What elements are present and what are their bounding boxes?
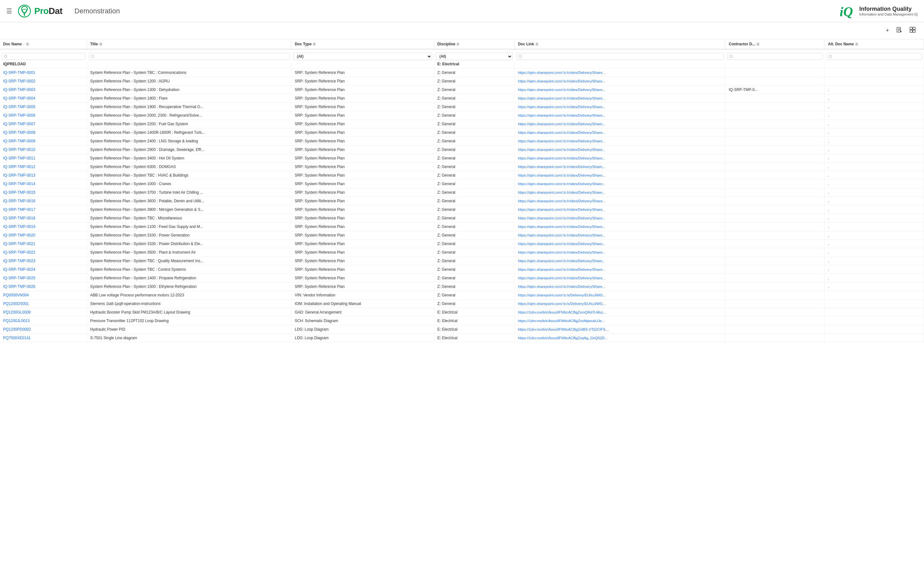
doc-name-link[interactable]: IQ-SRP-TMP-0024 (3, 267, 35, 272)
doc-link-url[interactable]: https://iqim.sharepoint.com/:b:/r/sites/… (518, 88, 605, 92)
doc-link-url[interactable]: https://1drv.ms/b/s!Aoxu0FNNcACBgZxmQRd7… (518, 310, 606, 314)
doc-link-url[interactable]: https://iqim.sharepoint.com/:b:/r/sites/… (518, 156, 605, 160)
doc-name-link[interactable]: IQ-SRP-TMP-0016 (3, 199, 35, 203)
doc-link-url[interactable]: https://iqim.sharepoint.com/:b:/r/sites/… (518, 130, 605, 135)
filter-input-contractor[interactable] (728, 53, 823, 60)
cell-title: System Reference Plan - System TBC : HVA… (87, 171, 292, 180)
table-row: IQ-SRP-TMP-0014 System Reference Plan - … (0, 180, 924, 188)
col-header-discipline[interactable]: Discipline ☰ (434, 39, 514, 49)
filter-input-doc-link[interactable] (516, 53, 723, 60)
cell-contractor (725, 120, 825, 129)
doc-name-link[interactable]: IQ-SRP-TMP-0009 (3, 139, 35, 143)
doc-link-url[interactable]: https://iqim.sharepoint.com/:b:/r/sites/… (518, 208, 605, 211)
doc-link-url[interactable]: https://iqim.sharepoint.com/:b:/r/sites/… (518, 199, 605, 203)
table-row: IQ-SRP-TMP-0012 System Reference Plan - … (0, 162, 924, 171)
cell-doc-type: SRP: System Reference Plan (292, 265, 434, 274)
cell-discipline: E: Electrical (434, 334, 514, 342)
doc-link-url[interactable]: https://iqim.sharepoint.com/:b:/r/sites/… (518, 233, 605, 237)
doc-name-link[interactable]: IQ-SRP-TMP-0022 (3, 250, 35, 254)
cell-contractor (725, 188, 825, 197)
doc-link-url[interactable]: https://iqim.sharepoint.com/:b:/r/sites/… (518, 276, 605, 280)
doc-name-link[interactable]: IQ-SRP-TMP-0026 (3, 284, 35, 289)
cell-discipline: E: Electrical (434, 317, 514, 325)
filter-input-doc-name[interactable] (2, 53, 85, 60)
filter-select-doc-type[interactable]: (All) (293, 53, 432, 60)
add-button[interactable]: + (884, 26, 891, 35)
doc-name-link[interactable]: PQ1200GL0009 (3, 310, 31, 314)
col-header-doc-type[interactable]: Doc Type ☰ (292, 39, 434, 49)
doc-link-url[interactable]: https://iqim.sharepoint.com/:b:/r/sites/… (518, 268, 605, 271)
hamburger-menu[interactable]: ☰ (6, 7, 12, 15)
doc-name-link[interactable]: IQ-SRP-TMP-0011 (3, 156, 35, 161)
doc-name-link[interactable]: IQ-SRP-TMP-0006 (3, 113, 35, 118)
cell-doc-name: IQ-SRP-TMP-0001 (0, 69, 87, 77)
doc-link-url[interactable]: https://iqim.sharepoint.com/:b:/r/sites/… (518, 250, 605, 254)
doc-link-url[interactable]: https://iqim.sharepoint.com/:b:/r/sites/… (518, 190, 605, 194)
cell-title: System Reference Plan - System 1300 : De… (87, 86, 292, 94)
doc-name-link[interactable]: IQ-SRP-TMP-0015 (3, 190, 35, 195)
doc-name-link[interactable]: IQ-SRP-TMP-0008 (3, 130, 35, 135)
doc-link-url[interactable]: https://1drv.ms/b/s!Aoxu0FNNcACBgZxqAg_G… (518, 336, 608, 340)
doc-name-link[interactable]: IQ-SRP-TMP-0023 (3, 259, 35, 263)
cell-title: System Reference Plan - System 2200 : Fu… (87, 120, 292, 129)
doc-link-url[interactable]: https://iqim.sharepoint.com/:b:/r/sites/… (518, 216, 605, 220)
doc-link-url[interactable]: https://iqim.sharepoint.com/:b:/r/sites/… (518, 259, 605, 263)
doc-link-url[interactable]: https://iqim.sharepoint.com/:b:/s/Delive… (518, 293, 606, 297)
doc-link-url[interactable]: https://iqim.sharepoint.com/:b:/r/sites/… (518, 122, 605, 126)
doc-name-link[interactable]: IQ-SRP-TMP-0005 (3, 105, 35, 109)
doc-name-link[interactable]: PQ7500XE0141 (3, 336, 31, 340)
doc-link-url[interactable]: https://iqim.sharepoint.com/:b:/r/sites/… (518, 139, 605, 143)
doc-link-url[interactable]: https://iqim.sharepoint.com/:b:/r/sites/… (518, 242, 605, 246)
filter-input-title[interactable] (89, 53, 290, 60)
doc-name-link[interactable]: IQ-SRP-TMP-0001 (3, 70, 35, 75)
col-header-contractor[interactable]: Contractor D... ☰ (725, 39, 825, 49)
doc-link-url[interactable]: https://iqim.sharepoint.com/:b:/r/sites/… (518, 97, 605, 100)
doc-name-link[interactable]: PQ1200DS001 (3, 302, 29, 306)
doc-link-url[interactable]: https://iqim.sharepoint.com/:b:/r/sites/… (518, 148, 605, 152)
doc-name-link[interactable]: IQ-SRP-TMP-0018 (3, 216, 35, 220)
doc-name-link[interactable]: IQ-SRP-TMP-0020 (3, 233, 35, 238)
doc-link-url[interactable]: https://1drv.ms/b/s!Aoxu0FNNcACBgZxoMpwu… (518, 319, 605, 323)
export-button[interactable] (894, 25, 904, 36)
doc-link-url[interactable]: https://iqim.sharepoint.com/:b:/r/sites/… (518, 105, 605, 109)
doc-link-url[interactable]: https://iqim.sharepoint.com/:b:/s/Delive… (518, 302, 606, 306)
cell-alt-doc: . (825, 240, 924, 248)
doc-name-link[interactable]: IQ-SRP-TMP-0014 (3, 182, 35, 186)
doc-link-url[interactable]: https://iqim.sharepoint.com/:b:/r/sites/… (518, 165, 605, 169)
doc-name-link[interactable]: IQ-SRP-TMP-0019 (3, 224, 35, 229)
doc-link-url[interactable]: https://iqim.sharepoint.com/:b:/r/sites/… (518, 71, 605, 75)
cell-doc-type: SRP: System Reference Plan (292, 188, 434, 197)
doc-name-link[interactable]: IQ-SRP-TMP-0007 (3, 122, 35, 126)
settings-button[interactable] (907, 25, 918, 36)
doc-name-link[interactable]: PQ0000VN004 (3, 293, 29, 297)
doc-link-url[interactable]: https://1drv.ms/b/s!Aoxu0FNNcACBgZxtBS-V… (518, 328, 608, 331)
doc-link-url[interactable]: https://iqim.sharepoint.com/:b:/r/sites/… (518, 285, 605, 288)
doc-name-link[interactable]: IQ-SRP-TMP-0004 (3, 96, 35, 101)
filter-select-discipline[interactable]: (All) (436, 53, 513, 60)
doc-name-link[interactable]: IQ-SRP-TMP-0003 (3, 87, 35, 92)
filter-input-alt-doc[interactable] (827, 53, 922, 60)
col-header-title[interactable]: Title ☰ (87, 39, 292, 49)
doc-link-url[interactable]: https://iqim.sharepoint.com/:b:/r/sites/… (518, 182, 605, 186)
doc-name-link[interactable]: IQ-SRP-TMP-0013 (3, 173, 35, 178)
cell-title: System Reference Plan - System 1900 : Re… (87, 103, 292, 111)
cell-alt-doc (825, 308, 924, 317)
col-header-doc-name[interactable]: Doc Name ↑ ☰ (0, 39, 87, 49)
col-header-alt-doc[interactable]: Alt. Doc Name ☰ (825, 39, 924, 49)
doc-name-link[interactable]: IQ-SRP-TMP-0021 (3, 242, 35, 246)
doc-link-url[interactable]: https://iqim.sharepoint.com/:b:/r/sites/… (518, 113, 605, 117)
doc-name-link[interactable]: PQ1200PD0002 (3, 327, 31, 332)
cell-title: Hydraulic Power PID (87, 325, 292, 334)
doc-name-link[interactable]: IQ-SRP-TMP-0002 (3, 79, 35, 83)
col-header-doc-link[interactable]: Doc Link ☰ (514, 39, 725, 49)
doc-link-url[interactable]: https://iqim.sharepoint.com/:b:/r/sites/… (518, 173, 605, 177)
doc-link-url[interactable]: https://iqim.sharepoint.com/:b:/r/sites/… (518, 225, 605, 228)
doc-link-url[interactable]: https://iqim.sharepoint.com/:b:/r/sites/… (518, 79, 605, 83)
doc-name-link[interactable]: IQ-SRP-TMP-0012 (3, 164, 35, 169)
cell-doc-type: SRP: System Reference Plan (292, 180, 434, 188)
doc-name-link[interactable]: IQ-SRP-TMP-0010 (3, 147, 35, 152)
cell-doc-link: https://iqim.sharepoint.com/:b:/r/sites/… (514, 111, 725, 120)
doc-name-link[interactable]: IQ-SRP-TMP-0017 (3, 207, 35, 212)
doc-name-link[interactable]: PQ1200JL0013 (3, 319, 29, 323)
doc-name-link[interactable]: IQ-SRP-TMP-0025 (3, 276, 35, 280)
